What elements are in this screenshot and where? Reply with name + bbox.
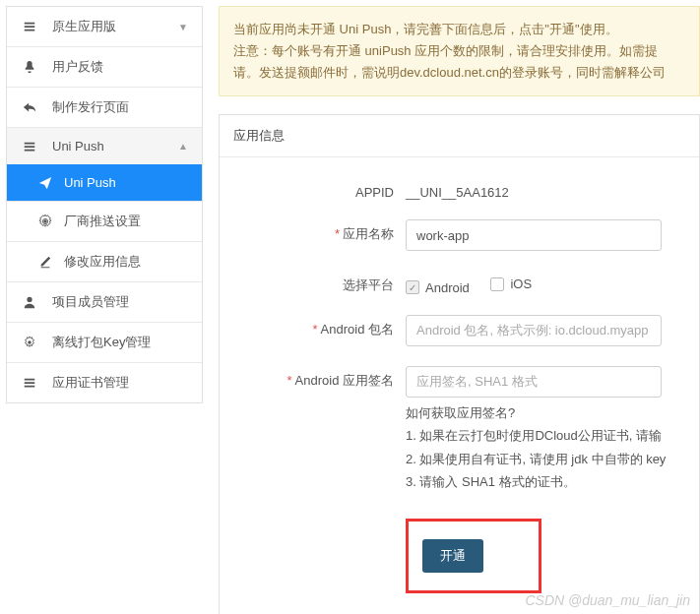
gear-icon (21, 336, 38, 349)
checkbox-android[interactable]: ✓ Android (406, 275, 470, 295)
value-appid: __UNI__5AA1612 (406, 179, 685, 200)
chevron-up-icon: ▲ (178, 141, 188, 152)
sidebar-item-label: 项目成员管理 (52, 293, 188, 311)
alert-line: 请。发送提额邮件时，需说明dev.dcloud.net.cn的登录账号，同时需解… (233, 62, 685, 84)
sidebar: 原生应用版 ▼ 用户反馈 制作发行页面 Uni Push ▲ Uni Push (0, 0, 209, 614)
input-appname[interactable] (406, 219, 662, 251)
share-icon (21, 100, 38, 114)
sidebar-item-label: 应用证书管理 (52, 374, 188, 392)
send-icon (36, 176, 54, 190)
sidebar-sub-vendor[interactable]: 厂商推送设置 (7, 202, 202, 242)
sidebar-sub-label: 修改应用信息 (64, 253, 141, 271)
label-platform: 选择平台 (233, 271, 406, 294)
sidebar-item-offlinekey[interactable]: 离线打包Key管理 (7, 323, 202, 363)
svg-point-1 (28, 340, 32, 344)
alert-box: 当前应用尚未开通 Uni Push，请完善下面信息后，点击"开通"使用。 注意：… (219, 6, 700, 96)
alert-line: 当前应用尚未开通 Uni Push，请完善下面信息后，点击"开通"使用。 (233, 19, 685, 40)
sidebar-item-feedback[interactable]: 用户反馈 (7, 47, 202, 88)
sidebar-item-label: 制作发行页面 (52, 98, 188, 116)
chevron-down-icon: ▼ (178, 22, 188, 32)
edit-icon (36, 255, 54, 269)
input-signature[interactable] (406, 366, 662, 398)
sidebar-sub-label: 厂商推送设置 (64, 213, 141, 230)
bell-icon (21, 60, 38, 74)
alert-line: 注意：每个账号有开通 uniPush 应用个数的限制，请合理安排使用。如需提 (233, 40, 685, 62)
watermark: CSDN @duan_mu_lian_jin (525, 592, 690, 608)
check-icon (490, 277, 504, 291)
sidebar-item-unipush[interactable]: Uni Push ▲ (7, 128, 202, 165)
checkbox-ios[interactable]: iOS (490, 271, 532, 291)
sidebar-item-native[interactable]: 原生应用版 ▼ (7, 7, 202, 47)
help-text: 如何获取应用签名? 1. 如果在云打包时使用DCloud公用证书, 请输 2. … (406, 401, 685, 494)
list-icon (21, 140, 38, 154)
input-package[interactable] (406, 315, 662, 346)
list-icon (21, 20, 38, 33)
highlight-box: 开通 (406, 519, 541, 593)
sidebar-item-label: 用户反馈 (52, 58, 188, 76)
app-info-panel: 应用信息 APPID __UNI__5AA1612 *应用名称 选择平台 (219, 114, 700, 614)
gear-icon (36, 215, 54, 228)
panel-title: 应用信息 (220, 115, 699, 157)
sidebar-sub-unipush[interactable]: Uni Push (7, 164, 202, 202)
main-content: 当前应用尚未开通 Uni Push，请完善下面信息后，点击"开通"使用。 注意：… (209, 0, 700, 614)
sidebar-item-label: 原生应用版 (52, 18, 178, 35)
sidebar-item-cert[interactable]: 应用证书管理 (7, 363, 202, 402)
sidebar-item-publish[interactable]: 制作发行页面 (7, 88, 202, 128)
label-package: *Android 包名 (233, 315, 406, 338)
label-signature: *Android 应用签名 (233, 366, 406, 390)
sidebar-item-label: Uni Push (52, 139, 178, 154)
sidebar-item-label: 离线打包Key管理 (52, 334, 188, 351)
sidebar-sub-label: Uni Push (64, 175, 116, 190)
sidebar-sub-edit[interactable]: 修改应用信息 (7, 242, 202, 282)
user-icon (21, 295, 38, 309)
sidebar-item-members[interactable]: 项目成员管理 (7, 282, 202, 323)
list-icon (21, 376, 38, 390)
label-appname: *应用名称 (233, 219, 406, 243)
activate-button[interactable]: 开通 (422, 539, 483, 573)
check-icon: ✓ (406, 280, 419, 294)
svg-point-0 (43, 219, 47, 223)
label-appid: APPID (233, 179, 406, 200)
